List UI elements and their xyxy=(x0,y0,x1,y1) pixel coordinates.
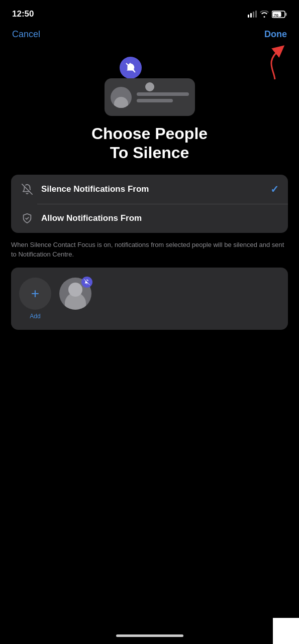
add-label: Add xyxy=(30,313,40,320)
signal-icon xyxy=(248,11,257,18)
add-circle: + xyxy=(19,278,51,310)
status-icons: 70 xyxy=(248,11,287,18)
cancel-button[interactable]: Cancel xyxy=(12,29,40,40)
person-item[interactable] xyxy=(59,278,91,310)
hero-card xyxy=(105,78,195,116)
silence-label: Silence Notifications From xyxy=(41,184,263,194)
hero-title: Choose PeopleTo Silence xyxy=(91,124,208,163)
svg-rect-0 xyxy=(248,15,249,18)
silence-option[interactable]: Silence Notifications From ✓ xyxy=(11,175,288,204)
hero-section: Choose PeopleTo Silence xyxy=(0,46,299,175)
battery-icon: 70 xyxy=(272,11,287,18)
svg-line-10 xyxy=(22,184,32,194)
bell-slash-icon xyxy=(20,182,34,196)
svg-rect-5 xyxy=(285,13,287,16)
silence-checkmark: ✓ xyxy=(270,183,279,195)
hero-illustration xyxy=(94,56,205,116)
checkmark-shield-icon xyxy=(20,211,34,225)
nav-bar: Cancel Done xyxy=(0,25,299,46)
svg-rect-3 xyxy=(255,11,257,18)
svg-text:70: 70 xyxy=(274,13,278,18)
hero-bell-badge xyxy=(120,57,142,79)
hero-avatar xyxy=(111,87,132,108)
person-bell-badge xyxy=(81,277,92,288)
svg-rect-1 xyxy=(250,13,252,18)
allow-option[interactable]: Allow Notifications From xyxy=(11,204,288,233)
people-section: + Add xyxy=(11,268,288,330)
bottom-right-artifact xyxy=(273,618,299,644)
wifi-icon xyxy=(260,11,269,18)
home-indicator xyxy=(116,634,183,637)
svg-rect-2 xyxy=(253,12,254,18)
bell-slash-hero-icon xyxy=(125,62,137,74)
options-section: Silence Notifications From ✓ Allow Notif… xyxy=(11,175,288,233)
done-button[interactable]: Done xyxy=(264,29,287,40)
add-button[interactable]: + Add xyxy=(19,278,51,320)
description-text: When Silence Contact Focus is on, notifi… xyxy=(11,240,288,260)
bell-slash-person-icon xyxy=(84,279,90,285)
status-time: 12:50 xyxy=(12,9,34,19)
status-bar: 12:50 70 xyxy=(0,0,299,25)
hero-lines xyxy=(137,92,189,102)
plus-icon: + xyxy=(31,287,39,301)
allow-label: Allow Notifications From xyxy=(41,213,279,223)
